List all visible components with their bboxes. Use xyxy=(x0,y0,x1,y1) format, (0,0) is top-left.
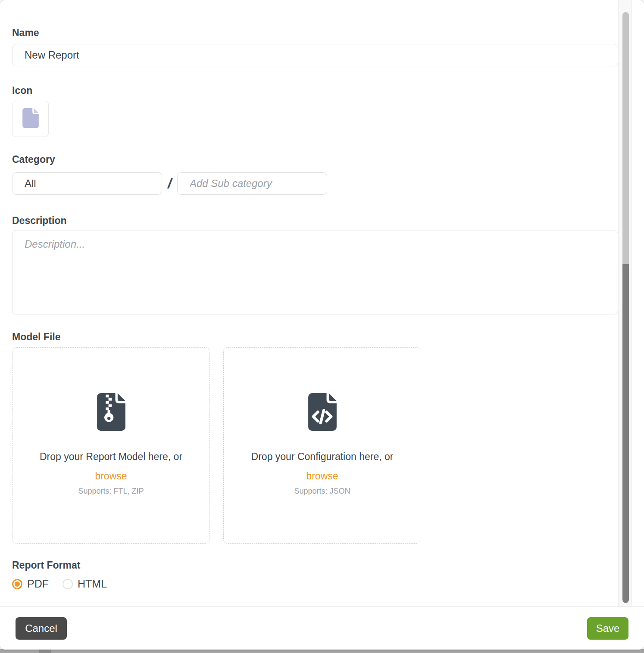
category-input[interactable] xyxy=(12,172,162,195)
category-label: Category xyxy=(12,153,618,165)
description-label: Description xyxy=(12,215,618,227)
new-report-dialog: Name Icon Category xyxy=(0,0,644,650)
radio-label-pdf: PDF xyxy=(27,578,49,590)
save-button[interactable]: Save xyxy=(587,617,628,640)
cancel-button[interactable]: Cancel xyxy=(16,617,67,640)
scrollbar-gutter xyxy=(618,0,632,606)
browse-link[interactable]: browse xyxy=(306,470,338,482)
model-file-label: Model File xyxy=(12,331,618,343)
code-file-icon xyxy=(308,393,337,432)
format-option-html[interactable]: HTML xyxy=(63,578,107,590)
dialog-scroll-area: Name Icon Category xyxy=(0,0,644,606)
report-model-dropzone[interactable]: Drop your Report Model here, or browse S… xyxy=(12,347,210,544)
name-input[interactable] xyxy=(12,44,618,66)
icon-picker[interactable] xyxy=(12,101,49,137)
icon-label: Icon xyxy=(12,84,618,96)
subcategory-input[interactable] xyxy=(177,172,327,195)
scrollbar-thumb[interactable] xyxy=(622,264,629,603)
scrollbar-track[interactable] xyxy=(622,12,629,603)
dropzone-prompt: Drop your Report Model here, or xyxy=(40,451,182,463)
supports-note: Supports: FTL, ZIP xyxy=(78,486,144,496)
format-option-pdf[interactable]: PDF xyxy=(12,578,49,590)
category-separator: / xyxy=(168,172,172,195)
radio-label-html: HTML xyxy=(78,578,107,590)
configuration-dropzone[interactable]: Drop your Configuration here, or browse … xyxy=(223,347,421,544)
name-label: Name xyxy=(12,27,618,39)
description-textarea[interactable] xyxy=(12,230,618,314)
report-format-label: Report Format xyxy=(12,559,618,571)
radio-button-pdf[interactable] xyxy=(12,579,22,589)
dropzone-prompt: Drop your Configuration here, or xyxy=(251,451,394,463)
zip-file-icon xyxy=(97,393,125,432)
supports-note: Supports: JSON xyxy=(294,486,350,496)
browse-link[interactable]: browse xyxy=(95,470,127,482)
document-icon xyxy=(22,108,39,130)
dialog-footer: Cancel Save xyxy=(0,606,644,650)
radio-button-html[interactable] xyxy=(63,579,73,589)
